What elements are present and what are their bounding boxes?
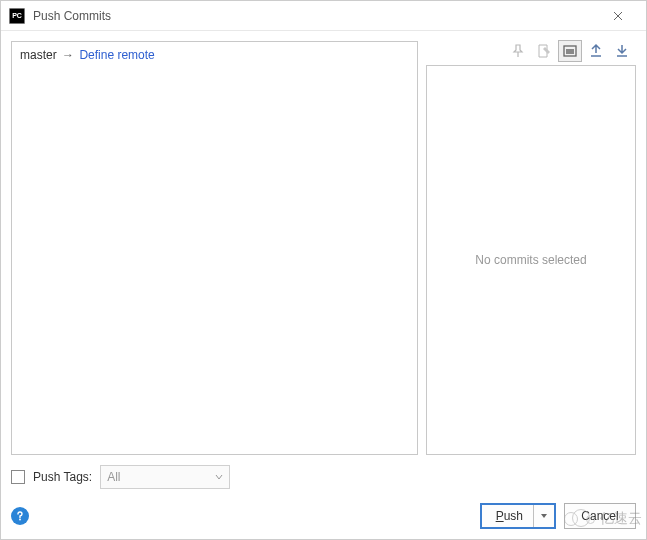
branch-info: master → Define remote [20, 48, 155, 62]
expand-icon [588, 43, 604, 59]
button-row: Push Cancel [11, 503, 636, 529]
action-buttons: Push Cancel [480, 503, 636, 529]
push-dropdown[interactable] [533, 505, 548, 527]
push-tags-checkbox[interactable] [11, 470, 25, 484]
arrow-icon: → [62, 48, 74, 62]
help-icon [15, 511, 25, 521]
caret-down-icon [540, 512, 548, 520]
svg-rect-1 [566, 49, 574, 54]
local-branch: master [20, 48, 57, 62]
push-tags-label: Push Tags: [33, 470, 92, 484]
dialog-title: Push Commits [33, 9, 598, 23]
push-tags-value: All [107, 470, 120, 484]
pin-button[interactable] [506, 40, 530, 62]
diff-toolbar [426, 41, 636, 65]
close-button[interactable] [598, 2, 638, 30]
pin-icon [510, 43, 526, 59]
chevron-down-icon [215, 473, 223, 481]
titlebar: PC Push Commits [1, 1, 646, 31]
expand-all-button[interactable] [584, 40, 608, 62]
collapse-icon [614, 43, 630, 59]
cancel-button[interactable]: Cancel [564, 503, 636, 529]
empty-placeholder: No commits selected [475, 253, 586, 267]
push-commits-dialog: PC Push Commits master → Define remote [0, 0, 647, 540]
right-column: No commits selected [426, 41, 636, 455]
svg-point-2 [19, 519, 21, 521]
push-tags-row: Push Tags: All [11, 465, 636, 489]
edit-source-button[interactable] [532, 40, 556, 62]
define-remote-link[interactable]: Define remote [79, 48, 154, 62]
collapse-all-button[interactable] [610, 40, 634, 62]
help-button[interactable] [11, 507, 29, 525]
footer: Push Tags: All Push Cancel [1, 459, 646, 539]
close-icon [613, 11, 623, 21]
group-icon [562, 43, 578, 59]
commits-tree[interactable]: master → Define remote [11, 41, 418, 455]
diff-pane: No commits selected [426, 65, 636, 455]
push-tags-select[interactable]: All [100, 465, 230, 489]
app-icon: PC [9, 8, 25, 24]
cancel-button-label: Cancel [581, 509, 618, 523]
push-button[interactable]: Push [480, 503, 556, 529]
push-button-label: Push [496, 509, 523, 523]
group-by-button[interactable] [558, 40, 582, 62]
content-area: master → Define remote [1, 31, 646, 459]
edit-icon [536, 43, 552, 59]
